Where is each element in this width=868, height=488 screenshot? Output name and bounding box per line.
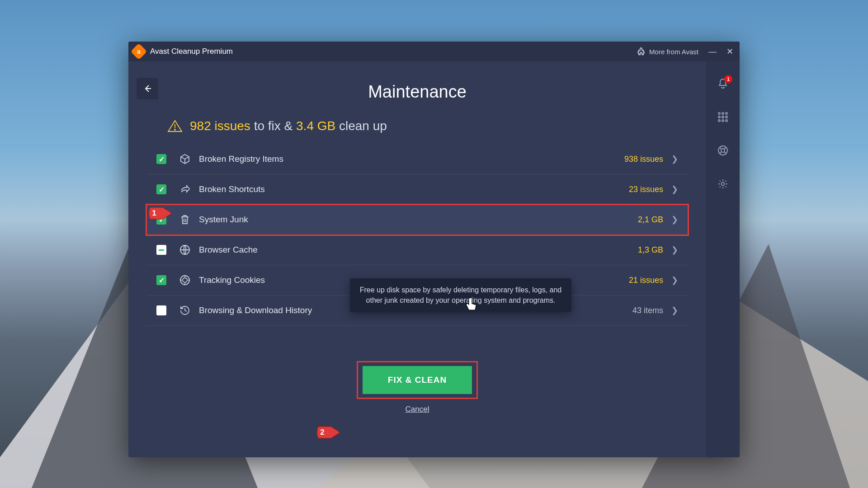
chevron-right-icon: ❯ — [671, 154, 678, 164]
back-button[interactable] — [137, 78, 158, 99]
chevron-right-icon: ❯ — [671, 184, 678, 194]
history-icon — [179, 305, 191, 316]
svg-point-7 — [726, 113, 727, 114]
svg-point-6 — [722, 113, 724, 114]
row-label: System Junk — [199, 215, 248, 225]
checkbox-shortcuts[interactable] — [156, 184, 166, 194]
globe-icon — [179, 244, 191, 256]
fix-and-clean-button[interactable]: FIX & CLEAN — [363, 366, 472, 394]
chevron-right-icon: ❯ — [671, 305, 678, 315]
target-icon — [179, 274, 191, 286]
row-count: 43 items — [632, 306, 663, 315]
lifebuoy-icon — [717, 145, 728, 156]
warning-icon — [167, 119, 183, 133]
more-from-avast-label: More from Avast — [649, 48, 698, 56]
checkbox-history[interactable] — [156, 305, 166, 315]
svg-point-12 — [722, 120, 724, 122]
svg-point-13 — [726, 120, 727, 122]
apps-grid-button[interactable] — [717, 111, 729, 123]
issue-row-shortcuts[interactable]: Broken Shortcuts23 issues❯ — [146, 174, 688, 205]
help-button[interactable] — [717, 145, 729, 156]
svg-point-10 — [726, 116, 727, 118]
trash-icon — [179, 214, 191, 225]
system-junk-tooltip: Free up disk space by safely deleting te… — [350, 278, 571, 312]
summary-text: clean up — [335, 119, 387, 133]
cancel-link[interactable]: Cancel — [406, 405, 429, 414]
close-button[interactable]: ✕ — [726, 47, 733, 56]
svg-point-8 — [718, 116, 720, 118]
notification-badge: 1 — [724, 75, 732, 83]
page-title: Maintenance — [128, 82, 706, 102]
puzzle-icon — [637, 47, 646, 56]
summary-text: to fix & — [250, 119, 296, 133]
titlebar: Avast Cleanup Premium More from Avast — … — [128, 42, 740, 61]
row-count: 23 issues — [629, 185, 663, 194]
chevron-right-icon: ❯ — [671, 275, 678, 285]
more-from-avast-link[interactable]: More from Avast — [637, 47, 698, 56]
notifications-button[interactable]: 1 — [717, 78, 729, 89]
right-sidebar: 1 — [706, 61, 740, 457]
row-label: Broken Registry Items — [199, 154, 283, 164]
row-label: Browsing & Download History — [199, 305, 312, 315]
issue-row-cache[interactable]: Browser Cache1,3 GB❯ — [146, 235, 688, 265]
summary-line: 982 issues to fix & 3.4 GB clean up — [167, 119, 706, 133]
row-count: 1,3 GB — [638, 245, 663, 255]
checkbox-cookies[interactable] — [156, 275, 166, 285]
desktop-wallpaper: Avast Cleanup Premium More from Avast — … — [0, 0, 868, 488]
app-title: Avast Cleanup Premium — [150, 47, 233, 56]
checkbox-sysjunk[interactable] — [156, 215, 166, 225]
svg-point-11 — [718, 120, 720, 122]
checkbox-cache[interactable] — [156, 245, 166, 255]
chevron-right-icon: ❯ — [671, 215, 678, 225]
main-panel: Maintenance 982 issues to fix & 3.4 GB c… — [128, 61, 706, 457]
arrow-left-icon — [142, 84, 152, 94]
row-count: 21 issues — [629, 276, 663, 285]
row-label: Tracking Cookies — [199, 275, 265, 285]
chevron-right-icon: ❯ — [671, 245, 678, 255]
svg-point-16 — [722, 183, 725, 186]
checkbox-registry[interactable] — [156, 154, 166, 164]
svg-point-15 — [721, 149, 725, 152]
grid-icon — [718, 112, 728, 122]
cube-icon — [179, 153, 191, 165]
row-count: 2,1 GB — [638, 215, 663, 225]
row-label: Broken Shortcuts — [199, 184, 265, 194]
minimize-button[interactable]: — — [708, 47, 717, 56]
app-window: Avast Cleanup Premium More from Avast — … — [128, 42, 740, 457]
row-label: Browser Cache — [199, 245, 258, 255]
issue-row-sysjunk[interactable]: System Junk2,1 GB❯ — [146, 205, 688, 235]
svg-point-4 — [183, 278, 187, 282]
svg-point-5 — [718, 113, 720, 114]
issue-row-registry[interactable]: Broken Registry Items938 issues❯ — [146, 144, 688, 174]
fix-button-highlight: FIX & CLEAN — [358, 362, 476, 398]
row-count: 938 issues — [624, 155, 663, 164]
summary-size: 3.4 GB — [296, 119, 335, 133]
svg-point-1 — [175, 129, 175, 130]
gear-icon — [717, 178, 728, 189]
share-icon — [179, 183, 191, 195]
summary-issues: 982 issues — [190, 119, 250, 133]
avast-logo-icon — [131, 43, 147, 60]
settings-button[interactable] — [717, 178, 729, 190]
svg-point-9 — [722, 116, 724, 118]
